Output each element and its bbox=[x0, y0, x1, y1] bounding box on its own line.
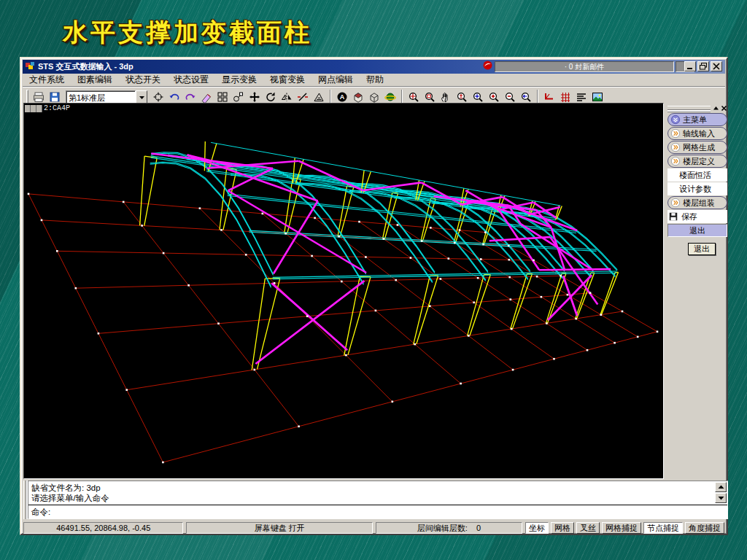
command-message-1: 缺省文件名为: 3dp bbox=[31, 483, 713, 493]
app-icon bbox=[25, 61, 35, 74]
model-viewport[interactable] bbox=[24, 104, 663, 478]
command-prompt[interactable]: 命令: bbox=[28, 505, 727, 519]
panel-item-5[interactable]: 设计参数 bbox=[667, 182, 727, 195]
panel-item-label: 主菜单 bbox=[683, 114, 707, 125]
panel-collapse-icon[interactable] bbox=[713, 101, 719, 114]
snap-toggle-2[interactable]: 叉丝 bbox=[576, 522, 600, 534]
story-select[interactable]: 第1标准层 bbox=[66, 90, 147, 104]
close-button[interactable] bbox=[711, 61, 722, 71]
snap-toggle-3[interactable]: 网格捕捉 bbox=[602, 522, 641, 534]
snap-toggle-0[interactable]: 坐标 bbox=[525, 522, 549, 534]
panel-item-label: 楼层定义 bbox=[683, 156, 715, 167]
panel-item-label: 设计参数 bbox=[679, 184, 711, 195]
slide: { "slide": { "title": "水平支撑加变截面柱", "bg_c… bbox=[0, 0, 747, 560]
panel-close-icon[interactable] bbox=[721, 101, 727, 114]
chev-right-icon bbox=[670, 156, 681, 166]
panel-item-0[interactable]: 主菜单 bbox=[667, 113, 727, 126]
menu-item-5[interactable]: 视窗变换 bbox=[263, 73, 311, 87]
menu-item-1[interactable]: 图素编辑 bbox=[71, 73, 119, 87]
panel-item-4[interactable]: 楼面恒活 bbox=[667, 168, 727, 182]
menu-item-4[interactable]: 显示变换 bbox=[215, 73, 263, 87]
app-window: STS 交互式数据输入 - 3dp · 0 封新邮件 文件系统图素编辑状态开关状… bbox=[20, 57, 728, 535]
panel-item-label: 保存 bbox=[681, 211, 697, 222]
statusbar: 46491.55, 20864.98, -0.45 屏幕键盘 打开 层间编辑层数… bbox=[23, 521, 724, 534]
panel-item-label: 楼面恒活 bbox=[679, 170, 711, 181]
panel-item-2[interactable]: 网格生成 bbox=[667, 141, 727, 154]
cursor-coordinates: 46491.55, 20864.98, -0.45 bbox=[23, 522, 183, 534]
panel-item-label: 退出 bbox=[689, 225, 705, 236]
story-select-value[interactable]: 第1标准层 bbox=[66, 90, 136, 104]
panel-item-label: 轴线输入 bbox=[683, 128, 715, 139]
command-message-2: 请选择菜单/输入命令 bbox=[31, 493, 713, 503]
command-area[interactable]: 缺省文件名为: 3dp 请选择菜单/输入命令 命令: bbox=[28, 481, 728, 519]
panel-item-7[interactable]: 保存 bbox=[667, 210, 727, 223]
menu-item-3[interactable]: 状态设置 bbox=[167, 73, 215, 87]
chev-right-icon bbox=[670, 128, 681, 139]
panel-grip[interactable] bbox=[667, 106, 711, 110]
scroll-up-icon[interactable] bbox=[715, 482, 727, 492]
menu-panel: 主菜单轴线输入网格生成楼层定义楼面恒活设计参数楼层组装保存退出 bbox=[667, 104, 727, 238]
mail-icon[interactable] bbox=[482, 60, 493, 74]
menu-item-0[interactable]: 文件系统 bbox=[23, 73, 71, 87]
panel-item-label: 网格生成 bbox=[683, 142, 715, 153]
panel-item-6[interactable]: 楼层组装 bbox=[667, 196, 727, 209]
panel-item-label: 楼层组装 bbox=[683, 198, 715, 209]
chev-right-icon bbox=[670, 142, 681, 152]
snap-toggle-4[interactable]: 节点捕捉 bbox=[643, 522, 683, 534]
mail-status: · 0 封新邮件 bbox=[495, 61, 674, 72]
exit-button-floating[interactable]: 退出 bbox=[688, 243, 716, 255]
chevron-down-icon[interactable] bbox=[136, 90, 147, 104]
panel-item-1[interactable]: 轴线输入 bbox=[667, 127, 727, 140]
svg-text:A: A bbox=[340, 93, 345, 101]
snap-toggle-1[interactable]: 网格 bbox=[551, 522, 574, 534]
menubar: 文件系统图素编辑状态开关状态设置显示变换视窗变换网点编辑帮助 bbox=[23, 74, 725, 87]
chev-down-icon bbox=[670, 114, 681, 125]
titlebar[interactable]: STS 交互式数据输入 - 3dp · 0 封新邮件 bbox=[23, 60, 725, 74]
slide-title: 水平支撑加变截面柱 bbox=[63, 16, 312, 50]
floppy-icon bbox=[668, 211, 678, 222]
screen-keyboard-status: 屏幕键盘 打开 bbox=[186, 522, 373, 534]
window-title: STS 交互式数据输入 - 3dp bbox=[38, 61, 133, 72]
viewport-label: 2:CA4P bbox=[25, 104, 70, 112]
scroll-down-icon[interactable] bbox=[715, 493, 727, 503]
command-grip[interactable] bbox=[23, 481, 26, 519]
panel-item-8[interactable]: 退出 bbox=[667, 224, 727, 237]
restore-button[interactable] bbox=[697, 61, 709, 71]
panel-item-3[interactable]: 楼层定义 bbox=[667, 155, 727, 168]
snap-toggle-5[interactable]: 角度捕捉 bbox=[685, 522, 724, 534]
command-messages: 缺省文件名为: 3dp 请选择菜单/输入命令 bbox=[28, 481, 727, 505]
menu-item-6[interactable]: 网点编辑 bbox=[311, 73, 360, 87]
chev-right-icon bbox=[670, 198, 681, 208]
menu-item-7[interactable]: 帮助 bbox=[360, 73, 390, 87]
model-canvas[interactable]: 2:CA4P bbox=[23, 103, 664, 479]
minimize-button[interactable] bbox=[684, 61, 696, 71]
toolbar-grip[interactable] bbox=[26, 90, 28, 104]
viewport-name: 2:CA4P bbox=[44, 104, 70, 112]
panel-header[interactable] bbox=[667, 104, 727, 112]
story-edit-count: 层间编辑层数: 0 bbox=[376, 522, 522, 534]
menu-item-2[interactable]: 状态开关 bbox=[119, 73, 167, 87]
